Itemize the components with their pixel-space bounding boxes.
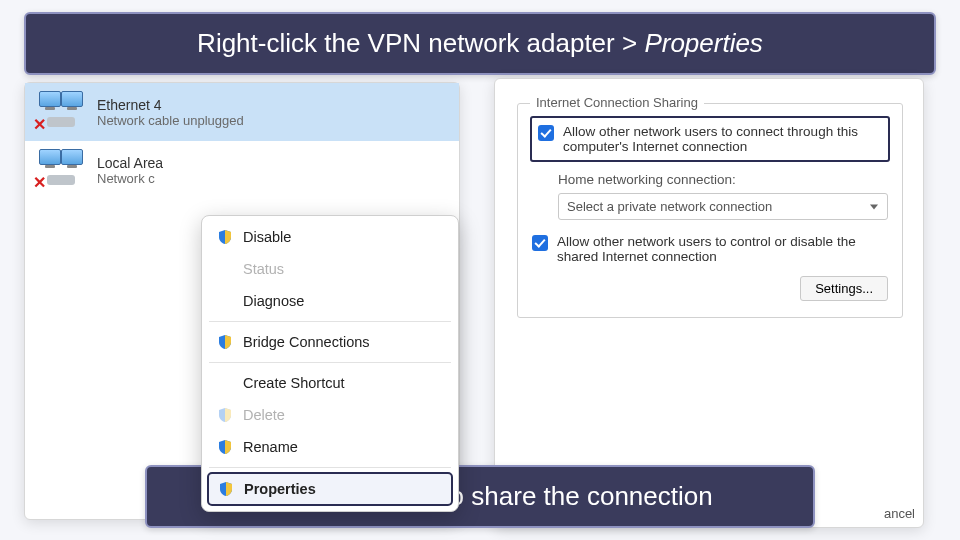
ctx-rename[interactable]: Rename bbox=[207, 431, 453, 463]
network-connections-panel: ✕ Ethernet 4 Network cable unplugged ✕ L… bbox=[24, 82, 460, 520]
allow-control-label: Allow other network users to control or … bbox=[557, 234, 888, 264]
ctx-create-shortcut[interactable]: Create Shortcut bbox=[207, 367, 453, 399]
ctx-label: Rename bbox=[243, 439, 298, 455]
checkbox-checked-icon[interactable] bbox=[538, 125, 554, 141]
ctx-label: Create Shortcut bbox=[243, 375, 345, 391]
ctx-properties[interactable]: Properties bbox=[207, 472, 453, 506]
adapter-status: Network c bbox=[97, 171, 163, 186]
ctx-label: Delete bbox=[243, 407, 285, 423]
shield-icon bbox=[217, 334, 233, 350]
home-networking-label: Home networking connection: bbox=[558, 172, 888, 187]
ctx-bridge[interactable]: Bridge Connections bbox=[207, 326, 453, 358]
ctx-label: Properties bbox=[244, 481, 316, 497]
allow-connect-label: Allow other network users to connect thr… bbox=[563, 124, 882, 154]
adapter-local-area[interactable]: ✕ Local Area Network c bbox=[25, 141, 459, 199]
properties-sharing-panel: Internet Connection Sharing Allow other … bbox=[494, 78, 924, 528]
unplugged-icon: ✕ bbox=[33, 117, 49, 133]
separator bbox=[209, 362, 451, 363]
button-label: Settings... bbox=[815, 281, 873, 296]
ctx-diagnose[interactable]: Diagnose bbox=[207, 285, 453, 317]
separator bbox=[209, 321, 451, 322]
ctx-label: Status bbox=[243, 261, 284, 277]
ctx-disable[interactable]: Disable bbox=[207, 221, 453, 253]
adapter-name: Local Area bbox=[97, 155, 163, 171]
home-networking-dropdown[interactable]: Select a private network connection bbox=[558, 193, 888, 220]
ctx-label: Disable bbox=[243, 229, 291, 245]
dropdown-value: Select a private network connection bbox=[567, 199, 772, 214]
settings-button[interactable]: Settings... bbox=[800, 276, 888, 301]
separator bbox=[209, 467, 451, 468]
ics-groupbox: Internet Connection Sharing Allow other … bbox=[517, 103, 903, 318]
instruction-banner-top: Right-click the VPN network adapter > Pr… bbox=[24, 12, 936, 75]
adapter-name: Ethernet 4 bbox=[97, 97, 244, 113]
banner-top-emph: Properties bbox=[644, 28, 763, 58]
banner-top-text: Right-click the VPN network adapter > bbox=[197, 28, 644, 58]
cancel-button-edge[interactable]: ancel bbox=[884, 506, 915, 521]
ctx-delete: Delete bbox=[207, 399, 453, 431]
ctx-status: Status bbox=[207, 253, 453, 285]
ctx-label: Bridge Connections bbox=[243, 334, 370, 350]
adapter-status: Network cable unplugged bbox=[97, 113, 244, 128]
unplugged-icon: ✕ bbox=[33, 175, 49, 191]
checkbox-checked-icon[interactable] bbox=[532, 235, 548, 251]
groupbox-legend: Internet Connection Sharing bbox=[530, 95, 704, 110]
adapter-ethernet4[interactable]: ✕ Ethernet 4 Network cable unplugged bbox=[25, 83, 459, 141]
shield-icon bbox=[217, 439, 233, 455]
allow-connect-row[interactable]: Allow other network users to connect thr… bbox=[530, 116, 890, 162]
shield-icon bbox=[217, 229, 233, 245]
context-menu: Disable Status Diagnose Bridge Connectio… bbox=[201, 215, 459, 512]
allow-control-row[interactable]: Allow other network users to control or … bbox=[532, 234, 888, 264]
shield-icon bbox=[217, 407, 233, 423]
adapter-icon: ✕ bbox=[35, 149, 89, 191]
shield-icon bbox=[218, 481, 234, 497]
ctx-label: Diagnose bbox=[243, 293, 304, 309]
adapter-icon: ✕ bbox=[35, 91, 89, 133]
